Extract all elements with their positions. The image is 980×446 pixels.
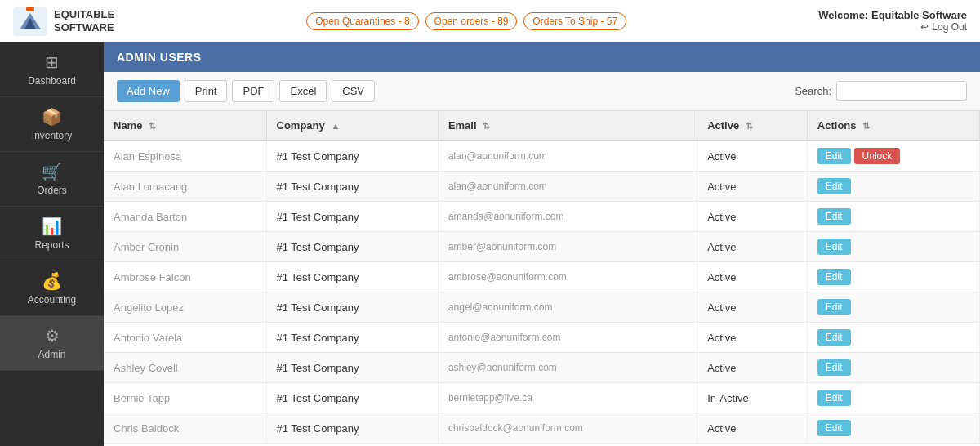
badge-orders-to-ship[interactable]: Orders To Ship - 57 xyxy=(523,12,626,30)
search-label: Search: xyxy=(795,85,831,97)
sidebar-label-dashboard: Dashboard xyxy=(28,75,76,87)
cell-company: #1 Test Company xyxy=(266,323,438,353)
col-actions[interactable]: Actions ⇅ xyxy=(807,111,979,140)
print-button[interactable]: Print xyxy=(185,80,228,102)
cell-name: Alan Lomacang xyxy=(104,172,266,202)
cell-actions: Edit xyxy=(807,323,979,353)
cell-active: Active xyxy=(697,202,808,232)
cell-active: Active xyxy=(697,353,808,383)
table-row: Bernie Tapp#1 Test Companybernietapp@liv… xyxy=(104,383,980,413)
table-row: Alan Espinosa#1 Test Companyalan@aonunif… xyxy=(104,140,980,172)
cell-company: #1 Test Company xyxy=(266,262,438,292)
edit-button[interactable]: Edit xyxy=(817,208,851,225)
edit-button[interactable]: Edit xyxy=(817,390,851,406)
pdf-button[interactable]: PDF xyxy=(232,80,274,102)
cell-company: #1 Test Company xyxy=(266,383,438,413)
logout-icon: ↩ xyxy=(920,21,929,33)
logo-text: EQUITABLE SOFTWARE xyxy=(54,8,114,33)
sidebar-label-accounting: Accounting xyxy=(28,294,76,306)
table-row: Ambrose Falcon#1 Test Companyambrose@aon… xyxy=(104,262,980,292)
cell-name: Bernie Tapp xyxy=(104,383,266,413)
cell-name: Alan Espinosa xyxy=(104,140,266,172)
cell-company: #1 Test Company xyxy=(266,140,438,172)
sidebar-item-admin[interactable]: ⚙ Admin xyxy=(0,316,104,371)
top-right: Welcome: Equitable Software ↩ Log Out xyxy=(818,9,967,33)
cell-email: angel@aonuniform.com xyxy=(438,292,697,323)
sidebar-item-accounting[interactable]: 💰 Accounting xyxy=(0,261,104,316)
cell-actions: Edit xyxy=(807,413,979,444)
sort-active-icon: ⇅ xyxy=(746,121,753,132)
badge-open-orders[interactable]: Open orders - 89 xyxy=(425,12,518,30)
sidebar-label-orders: Orders xyxy=(37,185,67,196)
content-area: ADMIN USERS Add New Print PDF Excel CSV … xyxy=(104,42,980,446)
sort-email-icon: ⇅ xyxy=(483,121,490,132)
sidebar-item-orders[interactable]: 🛒 Orders xyxy=(0,152,104,207)
csv-button[interactable]: CSV xyxy=(332,80,375,102)
edit-button[interactable]: Edit xyxy=(817,359,851,376)
toolbar: Add New Print PDF Excel CSV Search: xyxy=(104,72,980,111)
edit-button[interactable]: Edit xyxy=(817,239,851,255)
logo-area: EQUITABLE SOFTWARE xyxy=(13,7,114,36)
sidebar-item-inventory[interactable]: 📦 Inventory xyxy=(0,97,104,152)
edit-button[interactable]: Edit xyxy=(817,178,851,194)
cell-email: amanda@aonuniform.com xyxy=(438,202,697,232)
cell-company: #1 Test Company xyxy=(266,172,438,202)
col-company[interactable]: Company ▲ xyxy=(266,111,438,140)
col-active[interactable]: Active ⇅ xyxy=(697,111,808,140)
edit-button[interactable]: Edit xyxy=(817,420,851,436)
reports-icon: 📊 xyxy=(42,216,62,236)
cell-company: #1 Test Company xyxy=(266,292,438,323)
sidebar-item-reports[interactable]: 📊 Reports xyxy=(0,207,104,261)
cell-active: Active xyxy=(697,140,808,172)
cell-active: Active xyxy=(697,172,808,202)
cell-name: Amanda Barton xyxy=(104,202,266,232)
edit-button[interactable]: Edit xyxy=(817,148,851,164)
logo-icon xyxy=(13,7,47,36)
cell-email: ambrose@aonuniform.com xyxy=(438,262,697,292)
logout-link[interactable]: ↩ Log Out xyxy=(920,21,967,33)
cell-active: Active xyxy=(697,262,808,292)
cell-company: #1 Test Company xyxy=(266,232,438,262)
cell-active: In-Active xyxy=(697,383,808,413)
admin-icon: ⚙ xyxy=(45,326,60,346)
cell-name: Chris Baldock xyxy=(104,413,266,444)
search-input[interactable] xyxy=(836,81,967,101)
welcome-text: Welcome: Equitable Software xyxy=(818,9,967,21)
excel-button[interactable]: Excel xyxy=(279,80,327,102)
cell-actions: Edit xyxy=(807,292,979,323)
cell-actions: Edit xyxy=(807,232,979,262)
badge-quarantines[interactable]: Open Quarantines - 8 xyxy=(306,12,418,30)
sidebar: ⊞ Dashboard 📦 Inventory 🛒 Orders 📊 Repor… xyxy=(0,42,104,446)
sort-name-icon: ⇅ xyxy=(149,121,156,132)
cell-name: Angelito Lopez xyxy=(104,292,266,323)
cell-active: Active xyxy=(697,413,808,444)
edit-button[interactable]: Edit xyxy=(817,269,851,285)
inventory-icon: 📦 xyxy=(42,107,62,127)
add-new-button[interactable]: Add New xyxy=(117,80,180,102)
cell-email: ashley@aonuniform.com xyxy=(438,353,697,383)
sidebar-label-admin: Admin xyxy=(38,349,65,360)
page-title: ADMIN USERS xyxy=(104,42,980,72)
accounting-icon: 💰 xyxy=(42,271,62,291)
cell-actions: Edit xyxy=(807,262,979,292)
edit-button[interactable]: Edit xyxy=(817,329,851,346)
cell-actions: Edit xyxy=(807,353,979,383)
cell-actions: Edit xyxy=(807,172,979,202)
orders-icon: 🛒 xyxy=(42,162,62,181)
col-email[interactable]: Email ⇅ xyxy=(438,111,697,140)
cell-actions: Edit xyxy=(807,383,979,413)
table-row: Antonio Varela#1 Test Companyantonio@aon… xyxy=(104,323,980,353)
dashboard-icon: ⊞ xyxy=(45,52,59,72)
search-area: Search: xyxy=(795,81,967,101)
cell-name: Amber Cronin xyxy=(104,232,266,262)
table-row: Alan Lomacang#1 Test Companyalan@aonunif… xyxy=(104,172,980,202)
cell-active: Active xyxy=(697,292,808,323)
table-row: Ashley Covell#1 Test Companyashley@aonun… xyxy=(104,353,980,383)
table-row: Amber Cronin#1 Test Companyamber@aonunif… xyxy=(104,232,980,262)
col-name[interactable]: Name ⇅ xyxy=(104,111,266,140)
cell-company: #1 Test Company xyxy=(266,202,438,232)
sidebar-item-dashboard[interactable]: ⊞ Dashboard xyxy=(0,42,104,97)
unlock-button[interactable]: Unlock xyxy=(854,148,901,164)
topbar: EQUITABLE SOFTWARE Open Quarantines - 8 … xyxy=(0,0,980,42)
edit-button[interactable]: Edit xyxy=(817,299,851,315)
